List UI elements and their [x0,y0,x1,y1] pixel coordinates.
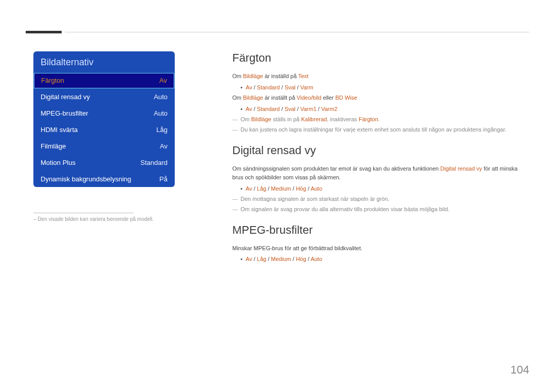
menu-item-motion-plus[interactable]: Motion Plus Standard [33,154,175,171]
menu-item-label: Dynamisk bakgrundsbelysning [41,175,131,183]
menu-item-label: Filmläge [41,142,66,150]
dash-note: Om Bildläge ställs in på Kalibrerad, ina… [232,115,529,124]
bullet-text: Av / Låg / Medium / Hög / Auto [232,255,529,264]
header-accent-bar [26,31,62,33]
menu-item-dynamisk-bakgrundsbelysning[interactable]: Dynamisk bakgrundsbelysning På [33,171,175,187]
dash-note: Du kan justera och lagra inställningar f… [232,125,529,135]
menu-item-label: Digital rensad vy [41,93,90,101]
body-text: Minskar MPEG-brus för att ge förbättrad … [232,244,529,253]
body-text: Om Bildläge är inställt på Video/bild el… [232,94,529,103]
menu-item-label: HDMI svärta [41,126,78,134]
bullet-text: Av / Standard / Sval / Varm [232,83,529,92]
menu-title: Bildalternativ [33,51,175,73]
section-heading-digital: Digital rensad vy [232,144,529,157]
menu-item-value: Auto [154,109,168,117]
left-column: Bildalternativ Färgton Av Digital rensad… [33,51,175,222]
menu-item-value: Av [159,77,167,84]
main-column: Färgton Om Bildläge är inställd på Text … [232,51,529,266]
header-divider [65,32,529,32]
body-text: Om sändningssignalen som produkten tar e… [232,164,529,182]
menu-item-hdmi-svarta[interactable]: HDMI svärta Låg [33,121,175,138]
menu-item-mpeg-brusfilter[interactable]: MPEG-brusfilter Auto [33,105,175,121]
menu-item-filmlage[interactable]: Filmläge Av [33,138,175,154]
dash-note: Om signalen är svag provar du alla alter… [232,205,529,214]
page-number: 104 [510,363,529,377]
menu-item-value: Låg [156,126,168,134]
left-divider [33,213,134,213]
menu-item-value: På [159,175,168,183]
menu-item-value: Av [160,142,168,150]
menu-item-digital-rensad-vy[interactable]: Digital rensad vy Auto [33,88,175,105]
body-text: Om Bildläge är inställd på Text [232,72,529,81]
menu-item-label: MPEG-brusfilter [41,109,88,117]
menu-item-label: Färgton [41,77,64,84]
bullet-text: Av / Standard / Sval / Varm1 / Varm2 [232,105,529,114]
menu-panel: Bildalternativ Färgton Av Digital rensad… [33,51,175,187]
menu-item-value: Auto [154,93,168,101]
section-heading-mpeg: MPEG-brusfilter [232,223,529,237]
section-heading-fargton: Färgton [232,51,529,65]
menu-item-fargton[interactable]: Färgton Av [34,73,174,88]
left-note: – Den visade bilden kan variera beroende… [33,216,175,222]
menu-item-label: Motion Plus [41,159,76,166]
bullet-text: Av / Låg / Medium / Hög / Auto [232,184,529,194]
dash-note: Den mottagna signalen är som starkast nä… [232,195,529,204]
menu-item-value: Standard [140,159,168,166]
